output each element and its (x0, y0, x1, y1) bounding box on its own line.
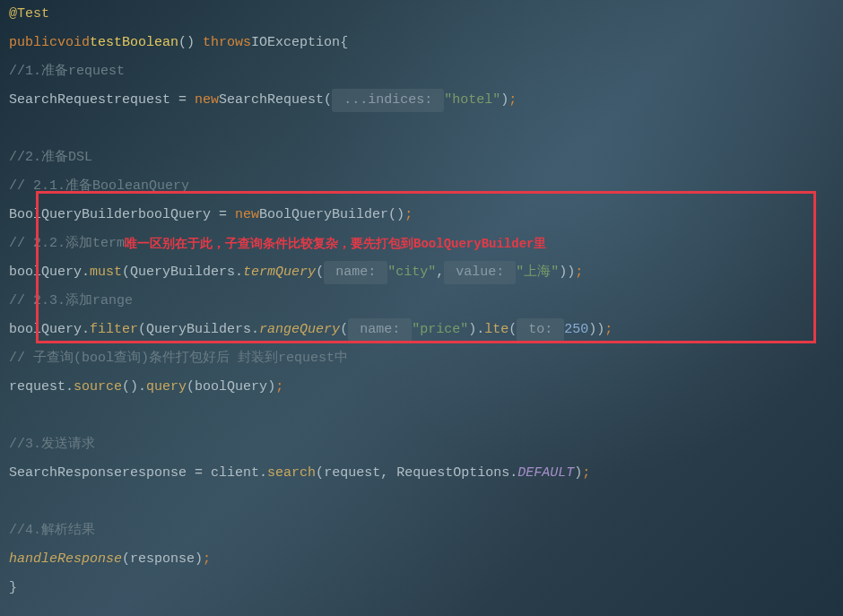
string-literal: "hotel" (444, 90, 500, 111)
code-line: // 2.2.添加term 唯一区别在于此，子查询条件比较复杂，要先打包到Boo… (9, 230, 834, 258)
param-hint: name: (324, 261, 387, 284)
comment: // 2.1.准备BooleanQuery (9, 176, 189, 197)
keyword-void: void (57, 32, 90, 54)
code-line: BoolQueryBuilder boolQuery = new BoolQue… (9, 201, 834, 230)
comment: // 2.3.添加range (9, 291, 133, 312)
comment: //3.发送请求 (9, 434, 95, 455)
static-method: termQuery (243, 262, 316, 283)
static-method: rangeQuery (259, 319, 340, 341)
code-line: //2.准备DSL (9, 143, 834, 172)
code-line: request.source().query(boolQuery); (9, 373, 834, 402)
keyword-public: public (9, 32, 57, 54)
code-line: handleResponse(response); (9, 545, 834, 574)
code-line: @Test (9, 0, 834, 29)
blank-line (9, 402, 834, 430)
method-name: testBoolean (90, 32, 178, 54)
exception-type: IOException (251, 32, 340, 54)
type: SearchRequest (9, 90, 114, 111)
code-line: SearchRequest request = new SearchReques… (9, 86, 834, 115)
code-line: } (9, 574, 834, 603)
type: SearchResponse (9, 463, 122, 484)
number-literal: 250 (564, 319, 588, 341)
annotation: @Test (9, 4, 49, 25)
param-hint: name: (348, 318, 412, 342)
code-line: //1.准备request (9, 57, 834, 86)
keyword-throws: throws (203, 32, 251, 54)
code-line: boolQuery.filter(QueryBuilders.rangeQuer… (9, 316, 834, 344)
comment: //2.准备DSL (9, 147, 92, 169)
param-hint: ...indices: (332, 89, 444, 112)
code-line: boolQuery.must(QueryBuilders.termQuery( … (9, 258, 834, 287)
static-field: DEFAULT (517, 463, 574, 484)
blank-line (9, 488, 834, 516)
comment: //1.准备request (9, 61, 125, 82)
code-editor[interactable]: @Test public void testBoolean() throws I… (0, 0, 843, 603)
code-line: // 2.1.准备BooleanQuery (9, 172, 834, 201)
param-hint: value: (444, 261, 516, 284)
red-annotation-text: 唯一区别在于此，子查询条件比较复杂，要先打包到BoolQueryBuilder里 (125, 234, 546, 254)
param-hint: to: (517, 318, 564, 342)
comment: // 2.2.添加term (9, 233, 125, 255)
code-line: // 子查询(bool查询)条件打包好后 封装到request中 (9, 344, 834, 373)
code-line: SearchResponse response = client.search(… (9, 459, 834, 488)
method-call: handleResponse (9, 549, 122, 570)
code-line: public void testBoolean() throws IOExcep… (9, 29, 834, 57)
code-line: //4.解析结果 (9, 516, 834, 545)
code-line: //3.发送请求 (9, 430, 834, 459)
comment: // 子查询(bool查询)条件打包好后 封装到request中 (9, 348, 348, 369)
blank-line (9, 115, 834, 143)
type: BoolQueryBuilder (9, 204, 138, 226)
code-line: // 2.3.添加range (9, 287, 834, 316)
comment: //4.解析结果 (9, 520, 95, 542)
